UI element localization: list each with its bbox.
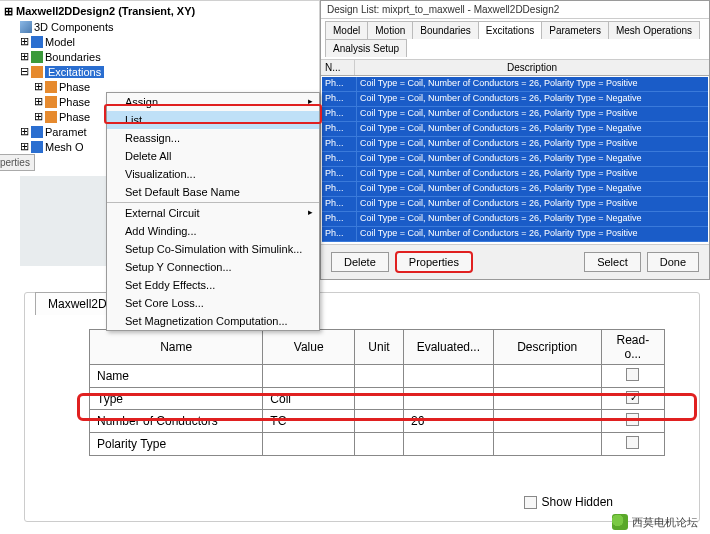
tree-item-boundaries[interactable]: ⊞ Boundaries <box>0 49 319 64</box>
list-row[interactable]: Ph...Coil Type = Coil, Number of Conduct… <box>322 182 708 197</box>
model-icon <box>31 36 43 48</box>
ctx-item[interactable]: Set Default Base Name <box>107 183 319 201</box>
ctx-item[interactable]: Set Eddy Effects... <box>107 276 319 294</box>
phase-icon <box>45 111 57 123</box>
ctx-item[interactable]: List... <box>107 111 319 129</box>
footer-watermark: 西莫电机论坛 <box>612 514 698 530</box>
wechat-icon <box>612 514 628 530</box>
button-bar: Delete Properties Select Done <box>321 244 709 279</box>
tree-item-3d-components[interactable]: 3D Components <box>0 20 319 34</box>
checkbox-icon <box>626 368 639 381</box>
phase-icon <box>45 96 57 108</box>
table-row[interactable]: TypeCoil <box>90 388 665 410</box>
ctx-item[interactable]: Visualization... <box>107 165 319 183</box>
checkbox-icon[interactable] <box>524 496 537 509</box>
excitations-icon <box>31 66 43 78</box>
col-header[interactable]: Description <box>493 330 601 365</box>
context-menu: AssignList...Reassign...Delete AllVisual… <box>106 92 320 331</box>
properties-table: NameValueUnitEvaluated...DescriptionRead… <box>89 329 665 456</box>
ctx-item[interactable]: Set Core Loss... <box>107 294 319 312</box>
col-header-desc[interactable]: Description <box>355 60 709 75</box>
tab[interactable]: Parameters <box>541 21 609 39</box>
tree-item-excitations[interactable]: ⊟ Excitations <box>0 64 319 79</box>
ctx-item[interactable]: Add Winding... <box>107 222 319 240</box>
checkbox-icon <box>626 391 639 404</box>
checkbox-icon <box>626 436 639 449</box>
design-list-window: Design List: mixprt_to_maxwell - Maxwell… <box>320 0 710 280</box>
tab[interactable]: Boundaries <box>412 21 479 39</box>
list-row[interactable]: Ph...Coil Type = Coil, Number of Conduct… <box>322 77 708 92</box>
list-row[interactable]: Ph...Coil Type = Coil, Number of Conduct… <box>322 152 708 167</box>
list-body: Ph...Coil Type = Coil, Number of Conduct… <box>321 76 709 244</box>
ctx-item[interactable]: Set Magnetization Computation... <box>107 312 319 330</box>
tab[interactable]: Mesh Operations <box>608 21 700 39</box>
properties-button[interactable]: Properties <box>395 251 473 273</box>
mesh-icon <box>31 141 43 153</box>
ctx-item[interactable]: Setup Co-Simulation with Simulink... <box>107 240 319 258</box>
tab[interactable]: Motion <box>367 21 413 39</box>
list-row[interactable]: Ph...Coil Type = Coil, Number of Conduct… <box>322 137 708 152</box>
list-row[interactable]: Ph...Coil Type = Coil, Number of Conduct… <box>322 197 708 212</box>
list-header: N... Description <box>321 60 709 76</box>
col-header[interactable]: Evaluated... <box>403 330 493 365</box>
select-button[interactable]: Select <box>584 252 641 272</box>
list-row[interactable]: Ph...Coil Type = Coil, Number of Conduct… <box>322 92 708 107</box>
list-row[interactable]: Ph...Coil Type = Coil, Number of Conduct… <box>322 227 708 242</box>
tree-root[interactable]: Maxwell2DDesign2 (Transient, XY) <box>0 3 319 20</box>
list-row[interactable]: Ph...Coil Type = Coil, Number of Conduct… <box>322 107 708 122</box>
col-header[interactable]: Name <box>90 330 263 365</box>
col-header[interactable]: Unit <box>355 330 404 365</box>
ctx-item[interactable]: Assign <box>107 93 319 111</box>
ctx-item[interactable]: Setup Y Connection... <box>107 258 319 276</box>
ctx-item[interactable]: Reassign... <box>107 129 319 147</box>
tab[interactable]: Model <box>325 21 368 39</box>
boundaries-icon <box>31 51 43 63</box>
cube-icon <box>20 21 32 33</box>
table-row[interactable]: Number of ConductorsTC26 <box>90 410 665 433</box>
list-row[interactable]: Ph...Coil Type = Coil, Number of Conduct… <box>322 167 708 182</box>
params-icon <box>31 126 43 138</box>
window-title: Design List: mixprt_to_maxwell - Maxwell… <box>321 1 709 19</box>
col-header[interactable]: Read-o... <box>601 330 664 365</box>
show-hidden-checkbox[interactable]: Show Hidden <box>524 495 613 509</box>
project-tree-panel: Maxwell2DDesign2 (Transient, XY) 3D Comp… <box>0 0 320 280</box>
delete-button[interactable]: Delete <box>331 252 389 272</box>
col-header-name[interactable]: N... <box>321 60 355 75</box>
list-row[interactable]: Ph...Coil Type = Coil, Number of Conduct… <box>322 212 708 227</box>
tree-item-model[interactable]: ⊞ Model <box>0 34 319 49</box>
tab[interactable]: Excitations <box>478 21 542 39</box>
col-header[interactable]: Value <box>263 330 355 365</box>
tab[interactable]: Analysis Setup <box>325 39 407 57</box>
properties-tab[interactable]: roperties <box>0 154 35 171</box>
done-button[interactable]: Done <box>647 252 699 272</box>
ctx-item[interactable]: Delete All <box>107 147 319 165</box>
table-row[interactable]: Polarity Type <box>90 433 665 456</box>
checkbox-icon <box>626 413 639 426</box>
ctx-item[interactable]: External Circuit <box>107 204 319 222</box>
table-row[interactable]: Name <box>90 365 665 388</box>
phase-icon <box>45 81 57 93</box>
list-row[interactable]: Ph...Coil Type = Coil, Number of Conduct… <box>322 122 708 137</box>
tab-bar: ModelMotionBoundariesExcitationsParamete… <box>321 19 709 60</box>
